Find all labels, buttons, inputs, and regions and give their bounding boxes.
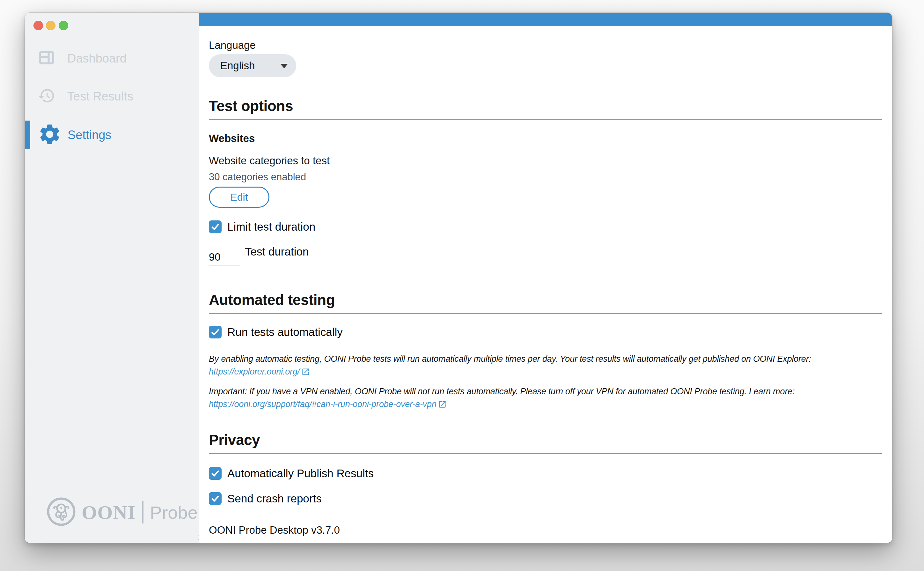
top-accent-bar (199, 13, 892, 26)
external-link-icon (301, 367, 310, 376)
checkmark-icon (211, 469, 220, 478)
edit-categories-button[interactable]: Edit (209, 187, 270, 208)
send-crash-reports-checkbox[interactable] (209, 492, 222, 505)
dashboard-icon (38, 49, 55, 68)
automatically-publish-results-label: Automatically Publish Results (227, 467, 374, 480)
limit-test-duration-checkbox[interactable] (209, 221, 222, 233)
publish-results-row: Automatically Publish Results (209, 467, 882, 480)
logo-product: Probe (150, 502, 197, 523)
active-item-indicator (25, 120, 30, 149)
limit-test-duration-label: Limit test duration (227, 221, 315, 233)
sidebar: Dashboard Test Results Settings (25, 13, 199, 543)
run-tests-automatically-checkbox[interactable] (209, 326, 222, 338)
limit-test-duration-row: Limit test duration (209, 221, 882, 233)
history-icon (38, 87, 55, 106)
sidebar-version: 3.7.0 (46, 532, 219, 543)
automated-testing-heading: Automated testing (209, 291, 882, 309)
section-divider (209, 313, 882, 314)
sidebar-item-dashboard-label: Dashboard (67, 49, 126, 67)
gear-icon (38, 122, 62, 148)
explorer-link[interactable]: https://explorer.ooni.org/ (209, 365, 310, 378)
send-crash-reports-row: Send crash reports (209, 492, 882, 505)
section-divider (209, 119, 882, 120)
vpn-note: Important: If you have a VPN enabled, OO… (209, 385, 882, 411)
automatically-publish-results-checkbox[interactable] (209, 467, 222, 480)
run-tests-automatically-label: Run tests automatically (227, 326, 343, 338)
test-options-heading: Test options (209, 97, 882, 115)
automated-testing-note: By enabling automatic testing, OONI Prob… (209, 352, 882, 378)
test-duration-label: Test duration (245, 245, 309, 258)
sidebar-item-settings[interactable]: Settings (38, 122, 111, 148)
vpn-note-text: Important: If you have a VPN enabled, OO… (209, 387, 795, 396)
categories-enabled-status: 30 categories enabled (209, 170, 882, 184)
ooni-probe-logo: OONI Probe (46, 497, 198, 528)
test-duration-row: 90 Test duration (209, 245, 882, 266)
automated-testing-note-text: By enabling automatic testing, OONI Prob… (209, 354, 811, 364)
ooni-octopus-icon (46, 497, 76, 528)
traffic-light-zoom-button[interactable] (59, 21, 68, 30)
website-categories-label: Website categories to test (209, 154, 882, 168)
sidebar-item-dashboard[interactable]: Dashboard (38, 49, 126, 68)
test-duration-input[interactable]: 90 (209, 245, 240, 266)
app-version-text: OONI Probe Desktop v3.7.0 (209, 524, 882, 536)
language-select[interactable]: English (209, 54, 296, 77)
logo-wordmark: OONI (82, 501, 136, 524)
run-tests-automatically-row: Run tests automatically (209, 326, 882, 338)
checkmark-icon (211, 222, 220, 231)
logo-separator (142, 501, 143, 523)
app-window: Dashboard Test Results Settings (25, 13, 892, 543)
vpn-faq-link[interactable]: https://ooni.org/support/faq/#can-i-run-… (209, 398, 447, 411)
checkmark-icon (211, 494, 220, 503)
sidebar-item-test-results-label: Test Results (67, 87, 133, 105)
chevron-down-icon (280, 64, 288, 68)
traffic-light-close-button[interactable] (34, 21, 43, 30)
language-label: Language (209, 38, 882, 52)
external-link-icon (438, 400, 447, 409)
language-selected-value: English (220, 60, 255, 72)
section-divider (209, 453, 882, 454)
sidebar-item-settings-label: Settings (68, 126, 111, 144)
checkmark-icon (211, 327, 220, 337)
send-crash-reports-label: Send crash reports (227, 492, 322, 505)
privacy-heading: Privacy (209, 431, 882, 449)
websites-subheading: Websites (209, 131, 882, 145)
settings-content: Language English Test options Websites W… (199, 26, 892, 543)
sidebar-item-test-results[interactable]: Test Results (38, 87, 133, 106)
traffic-light-minimize-button[interactable] (46, 21, 55, 30)
